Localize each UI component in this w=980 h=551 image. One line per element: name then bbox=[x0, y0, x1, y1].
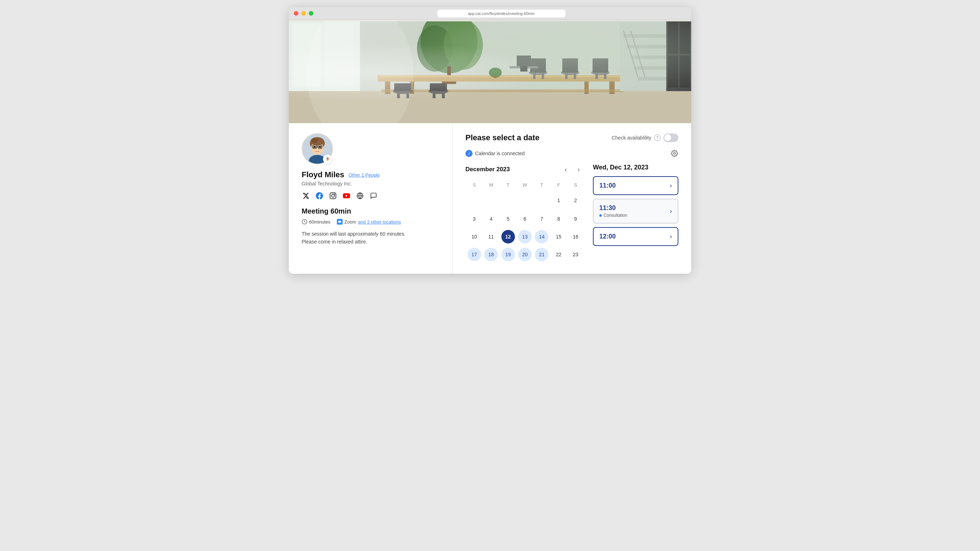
svg-rect-29 bbox=[542, 73, 544, 79]
calendar-week-row: 3456789 bbox=[466, 210, 584, 227]
calendar-month: December 2023 bbox=[465, 166, 510, 173]
calendar-day-cell: 18 bbox=[483, 246, 499, 263]
calendar-column: December 2023 ‹ › S M bbox=[465, 164, 584, 264]
other-people-link[interactable]: Other 1 People bbox=[348, 172, 380, 178]
calendar-day-cell: 20 bbox=[517, 246, 533, 263]
calendar-day-2: 2 bbox=[569, 194, 582, 207]
calendar-day-cell: 5 bbox=[500, 210, 516, 227]
calendar-day-cell: 10 bbox=[466, 228, 482, 245]
check-availability-toggle[interactable] bbox=[663, 133, 678, 142]
calendar-connected-label: Calendar is connected bbox=[475, 151, 525, 156]
prev-month-button[interactable]: ‹ bbox=[560, 164, 571, 175]
svg-rect-47 bbox=[668, 22, 678, 54]
calendar-day-14[interactable]: 14 bbox=[535, 230, 549, 243]
url-bar[interactable]: app.cal.com/floydmiles/meeting-60min bbox=[437, 10, 565, 17]
time-slot-1130-chevron: › bbox=[670, 208, 672, 215]
svg-rect-20 bbox=[397, 91, 400, 98]
calendar-day-cell bbox=[483, 191, 499, 210]
time-slot-1130[interactable]: 11:30 Consultation › bbox=[593, 198, 678, 224]
help-icon[interactable]: ? bbox=[654, 135, 660, 141]
calendar-day-cell: 23 bbox=[568, 246, 584, 263]
svg-rect-40 bbox=[627, 45, 688, 48]
close-button[interactable] bbox=[294, 11, 298, 16]
svg-rect-56 bbox=[289, 20, 691, 21]
calendar-day-15: 15 bbox=[552, 230, 565, 243]
svg-point-54 bbox=[489, 68, 502, 78]
calendar-day-cell: 9 bbox=[568, 210, 584, 227]
website-icon[interactable] bbox=[356, 192, 364, 200]
calendar-day-cell: 2 bbox=[568, 191, 584, 210]
svg-line-44 bbox=[624, 30, 638, 77]
instagram-icon[interactable] bbox=[329, 192, 337, 200]
svg-rect-11 bbox=[378, 75, 627, 81]
svg-rect-32 bbox=[565, 73, 568, 79]
svg-rect-3 bbox=[292, 24, 321, 87]
svg-rect-62 bbox=[319, 146, 321, 148]
weekday-header-row: S M T W T F S bbox=[466, 181, 584, 191]
other-locations-link[interactable]: and 3 other locations bbox=[358, 219, 401, 225]
calendar-week-row: 12 bbox=[466, 191, 584, 210]
svg-rect-53 bbox=[520, 66, 527, 71]
svg-rect-35 bbox=[593, 59, 608, 73]
time-slot-1200[interactable]: 12:00 › bbox=[593, 227, 678, 246]
calendar-day-16: 16 bbox=[569, 230, 582, 243]
svg-point-8 bbox=[444, 20, 483, 70]
svg-point-34 bbox=[591, 70, 610, 75]
calendar-day-20[interactable]: 20 bbox=[518, 248, 532, 261]
calendar-day-17[interactable]: 17 bbox=[468, 248, 481, 261]
twitter-icon[interactable] bbox=[302, 192, 310, 200]
svg-rect-24 bbox=[433, 91, 436, 98]
calendar-day-7: 7 bbox=[535, 212, 549, 225]
minimize-button[interactable] bbox=[301, 11, 306, 16]
chat-icon[interactable] bbox=[369, 192, 378, 200]
svg-point-57 bbox=[307, 20, 414, 123]
svg-rect-23 bbox=[430, 83, 447, 91]
empty-day bbox=[468, 193, 481, 206]
svg-rect-33 bbox=[574, 73, 576, 79]
calendar-day-5: 5 bbox=[501, 212, 515, 225]
settings-gear-icon[interactable] bbox=[671, 149, 678, 157]
weekday-fri: F bbox=[550, 181, 566, 191]
empty-day bbox=[501, 193, 515, 206]
svg-point-18 bbox=[393, 88, 413, 94]
weekday-sun: S bbox=[466, 181, 482, 191]
location-item: Zoom and 3 other locations bbox=[337, 219, 401, 225]
calendar-grid: S M T W T F S 12345678910111213 bbox=[465, 180, 584, 264]
time-slot-1100[interactable]: 11:00 › bbox=[593, 176, 678, 195]
svg-rect-4 bbox=[325, 24, 353, 87]
calendar-day-12[interactable]: 12 bbox=[501, 230, 515, 243]
time-slot-1100-chevron: › bbox=[670, 182, 672, 189]
svg-rect-28 bbox=[533, 73, 536, 79]
svg-line-45 bbox=[631, 30, 645, 77]
calendar-day-19[interactable]: 19 bbox=[501, 248, 515, 261]
svg-point-80 bbox=[674, 153, 676, 154]
calendar-day-21[interactable]: 21 bbox=[535, 248, 549, 261]
calendar-day-13[interactable]: 13 bbox=[518, 230, 532, 243]
svg-point-72 bbox=[331, 194, 334, 197]
svg-rect-31 bbox=[562, 59, 578, 73]
calendar-day-cell: 13 bbox=[517, 228, 533, 245]
calendar-day-18[interactable]: 18 bbox=[484, 248, 498, 261]
calendar-day-cell: 19 bbox=[500, 246, 516, 263]
check-availability-label: Check availablility bbox=[612, 135, 651, 141]
hero-image bbox=[289, 20, 691, 123]
calendar-day-cell: 17 bbox=[466, 246, 482, 263]
maximize-button[interactable] bbox=[309, 11, 313, 16]
weekday-wed: W bbox=[517, 181, 533, 191]
youtube-icon[interactable] bbox=[342, 192, 351, 200]
facebook-icon[interactable] bbox=[315, 192, 324, 200]
calendar-day-cell bbox=[466, 191, 482, 210]
next-month-button[interactable]: › bbox=[573, 164, 584, 175]
consultation-label: Consultation bbox=[604, 213, 627, 218]
app-window: app.cal.com/floydmiles/meeting-60min bbox=[289, 7, 691, 274]
time-slot-1200-chevron: › bbox=[670, 233, 672, 240]
calendar-day-cell bbox=[500, 191, 516, 210]
social-icons bbox=[302, 192, 439, 200]
svg-point-7 bbox=[417, 25, 453, 71]
clock-icon bbox=[302, 219, 307, 225]
svg-rect-0 bbox=[289, 20, 691, 123]
weekday-tue: T bbox=[500, 181, 516, 191]
person-name: Floyd Miles bbox=[302, 170, 344, 179]
svg-rect-50 bbox=[680, 56, 690, 87]
svg-rect-37 bbox=[604, 73, 606, 79]
